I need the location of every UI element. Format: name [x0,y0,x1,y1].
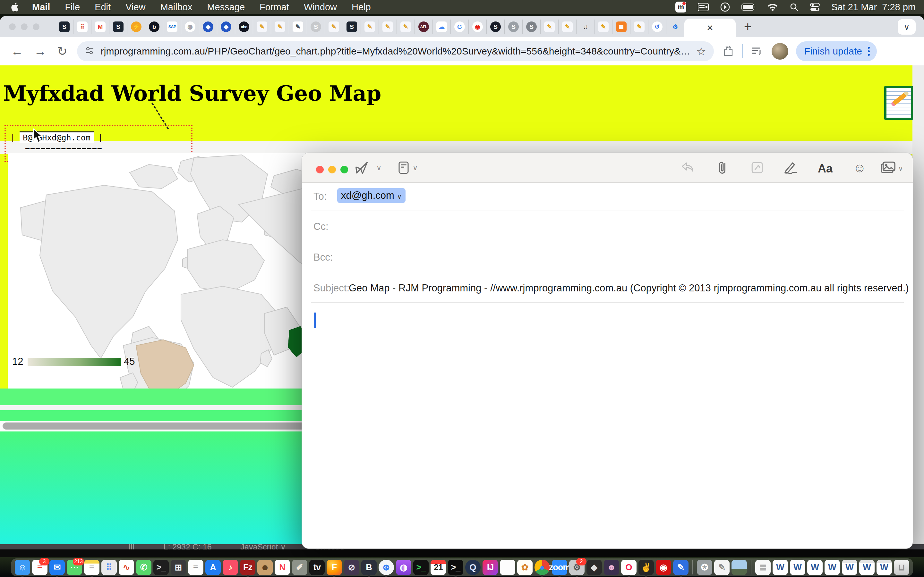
photo-chevron-icon[interactable]: ∨ [898,164,903,173]
menu-item-view[interactable]: View [126,2,145,13]
pinned-tab-rjm-pencil[interactable]: ✎ [594,19,612,34]
keyboard-icon[interactable] [698,3,709,11]
compose-minimize-button[interactable] [328,166,336,173]
status-language[interactable]: JavaScript ∨ [241,544,286,550]
dock-item-gimp[interactable]: ✐ [292,560,307,575]
format-button[interactable]: Aa [818,162,833,175]
dock-item-zoom[interactable]: zoom [552,560,567,575]
dock-item-calendar[interactable]: 21 [431,560,446,575]
dock-item-figure-app[interactable]: ✌ [638,560,654,575]
pinned-tab-audio-tab[interactable]: ♫ [577,19,594,34]
reload-button[interactable]: ↻ [57,44,67,58]
pinned-tab-rjm-pencil[interactable]: ✎ [630,19,648,34]
pinned-tab-diamond[interactable]: ◆ [217,19,235,34]
dock-item-inkscape[interactable]: ◆ [586,560,602,575]
control-center-icon[interactable] [810,3,820,11]
menubar-app-icon[interactable]: m [675,2,686,13]
pinned-tab-scala[interactable]: S [110,19,128,34]
pinned-tab-history[interactable]: ↺ [648,19,666,34]
dock-item-word-window[interactable]: W [877,560,892,575]
pinned-tab-dots-app[interactable]: ⠿ [73,19,91,34]
pinned-tab-s-grey[interactable]: S [505,19,523,34]
window-minimize-button[interactable] [21,23,27,30]
tab-search-chevron-icon[interactable]: ∨ [898,19,916,35]
pinned-tab-rjm-pencil[interactable]: ✎ [325,19,343,34]
address-bar[interactable]: rjmprogramming.com.au/PHP/GeoChart/geo_c… [77,41,714,61]
pinned-tab-s-grey[interactable]: S [307,19,325,34]
pinned-tab-stack[interactable]: ≣ [612,19,630,34]
menu-item-window[interactable]: Window [304,2,337,13]
back-button[interactable]: ← [11,45,23,58]
profile-avatar[interactable] [772,43,788,60]
dock-item-podcasts[interactable]: ◍ [396,560,411,575]
site-settings-icon[interactable] [85,46,94,57]
new-tab-button[interactable]: + [744,19,751,34]
pinned-tab-sap[interactable]: SAP [163,19,181,34]
pinned-tab-rjm-pencil[interactable]: ✎ [541,19,559,34]
dock-item-chrome[interactable]: ● [535,560,550,575]
dock-item-facetime[interactable]: ✆ [136,560,152,575]
pinned-tab-gcloud[interactable]: ☁ [433,19,451,34]
pinned-tab-chrome-grey[interactable]: ◍ [181,19,199,34]
to-recipient-token[interactable]: xd@gh.com ∨ [337,188,405,203]
menu-item-format[interactable]: Format [260,2,289,13]
attach-button[interactable] [716,161,729,175]
menu-item-file[interactable]: File [65,2,80,13]
dock-item-reminders[interactable]: ≡ 3 [32,560,47,575]
fields-chevron-icon[interactable]: ∨ [413,164,418,172]
signature-button[interactable] [783,161,798,175]
tooltip-email[interactable]: B@FGHxd@gh.com [19,131,94,143]
pinned-tab-rjm-pencil[interactable]: ✎ [397,19,415,34]
dock-item-terminal[interactable]: >_ [153,560,169,575]
pinned-tab-abc[interactable]: abc [235,19,253,34]
photo-browser-button[interactable] [880,161,896,175]
dock-item-word-window[interactable]: W [859,560,875,575]
subject-value[interactable]: Geo Map - RJM Programming - //www.rjmpro… [349,282,909,294]
window-close-button[interactable] [9,23,16,30]
dock-item-firefox[interactable]: F [326,560,342,575]
dock-item-finder[interactable]: ☺ [15,560,30,575]
dock-item-contacts[interactable]: ☻ [257,560,273,575]
finish-update-button[interactable]: Finish update [796,41,877,61]
pinned-tab-britbox[interactable]: b [145,19,163,34]
menu-item-message[interactable]: Message [207,2,245,13]
dock-item-photos-thumb[interactable] [732,560,747,575]
pinned-tab-bolt[interactable]: ⚡ [128,19,145,34]
dock-item-word-doc[interactable]: W [807,560,822,575]
pinned-tab-rjm-pencil[interactable]: ✎ [253,19,271,34]
pinned-tab-scala[interactable]: S [343,19,361,34]
dock-item-blocked-app[interactable]: ⊘ [344,560,359,575]
recipient-chevron-icon[interactable]: ∨ [397,193,402,200]
dock-item-libreoffice[interactable] [500,560,515,575]
pinned-tab-rjm-pencil[interactable]: ✎ [379,19,397,34]
dock-item-wave-app[interactable]: ∿ [119,560,134,575]
window-zoom-button[interactable] [33,23,39,30]
spotlight-search-icon[interactable] [790,3,798,11]
dock-item-music[interactable]: ♪ [223,560,238,575]
pinned-tab-afl[interactable]: AFL [415,19,433,34]
dock-item-safari[interactable]: ⊛ [379,560,394,575]
dock-item-minimized-doc[interactable]: ≣ [755,560,771,575]
menu-item-help[interactable]: Help [352,2,371,13]
compose-close-button[interactable] [316,166,324,173]
dock-item-news[interactable]: N [275,560,290,575]
pinned-tab-settings-tab[interactable]: ⚙ [666,19,684,34]
extensions-icon[interactable] [723,45,734,57]
dock-item-quicktime[interactable]: Q [465,560,481,575]
memo-notes-icon[interactable] [884,86,913,120]
dock-item-cat-app[interactable]: ☻ [604,560,619,575]
dock-item-word-doc[interactable]: W [790,560,805,575]
dock-item-bbedit[interactable]: B [361,560,376,575]
bookmark-star-icon[interactable]: ☆ [696,45,706,58]
dock-item-messages[interactable]: ⋯ 213 [67,560,82,575]
media-controls-icon[interactable] [752,47,763,56]
dock-item-terminal-green[interactable]: >_ [413,560,429,575]
dock-item-accessibility[interactable]: ✪ [697,560,712,575]
dock-item-diary[interactable]: ✎ [714,560,730,575]
dock-item-terminal-dark[interactable]: >_ [448,560,463,575]
apple-logo-icon[interactable] [11,3,19,11]
pinned-tab-rjm-pencil[interactable]: ✎ [559,19,577,34]
pinned-tab-pencil-plain[interactable]: ✎ [289,19,307,34]
dock-item-word-doc[interactable]: W [772,560,788,575]
active-tab[interactable]: ✕ [684,19,736,37]
